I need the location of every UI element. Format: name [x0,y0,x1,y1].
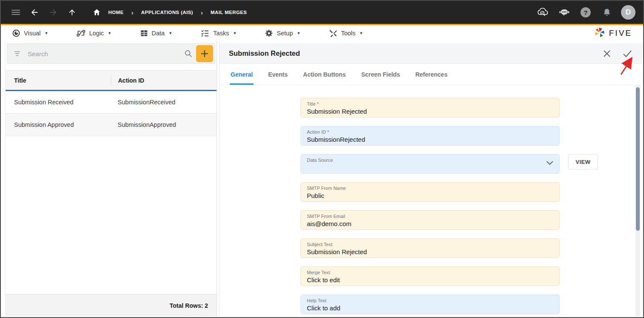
filter-icon[interactable] [14,51,22,57]
field-label: SMTP From Email [307,213,553,219]
column-header-title[interactable]: Title [6,77,111,84]
cancel-button[interactable] [601,48,612,59]
plus-icon [200,49,209,58]
tools-icon [329,29,338,37]
field-value: Click to edit [307,275,553,284]
caret-down-icon: ▼ [297,31,300,35]
search-bar [7,43,215,64]
tab-general[interactable]: General [231,71,253,85]
search-icon[interactable] [184,49,193,58]
caret-down-icon: ▼ [108,31,112,35]
tab-action-buttons[interactable]: Action Buttons [303,71,346,85]
field-value: Submission Rejected [307,247,553,256]
menu-button[interactable] [9,5,23,20]
smtp-from-name-field[interactable]: SMTP From Name Public [300,182,560,202]
menu-label: Data [152,30,165,37]
five-wordmark: FIVE [609,29,632,38]
save-button[interactable] [622,48,633,59]
checklist-icon [200,29,210,37]
title-field[interactable]: Title * Submission Rejected [300,98,560,117]
cloud-search-button[interactable] [536,5,550,20]
field-label: SMTP From Name [307,185,553,191]
tab-events[interactable]: Events [268,71,288,85]
gear-icon [265,29,273,37]
help-button[interactable]: ? [578,5,593,20]
table-row[interactable]: Submission Approved SubmissionApproved [6,114,217,136]
field-label: Title * [307,101,553,107]
caret-down-icon: ▼ [359,31,363,35]
merge-text-field[interactable]: Merge Text Click to edit [300,266,560,286]
chevron-right-icon: › [131,9,133,16]
app-window: HOME › APPLICATIONS (AIS) › MAIL MERGES [0,0,644,318]
table-icon [140,29,148,37]
total-rows-label: Total Rows: 2 [170,302,208,309]
menu-label: Setup [277,30,293,37]
help-text-field[interactable]: Help Text Click to add [300,295,560,314]
breadcrumb-home[interactable]: HOME [108,10,124,15]
arrow-right-icon [49,8,58,17]
cloud-search-icon [537,7,549,17]
caret-down-icon: ▼ [233,31,237,35]
field-label: Action ID * [307,129,553,135]
field-label: Data Source [307,157,553,163]
forward-button[interactable] [46,5,61,20]
chevron-down-icon[interactable] [546,161,553,165]
arrow-up-icon [68,8,76,17]
menu-label: Tools [341,30,355,37]
tab-screen-fields[interactable]: Screen Fields [361,71,400,85]
cell-action-id: SubmissionReceived [111,99,217,106]
scrollbar-thumb[interactable] [636,87,640,231]
arrow-left-icon [30,8,39,17]
add-record-button[interactable] [196,45,213,62]
main-menubar: Visual ▼ Logic ▼ Data ▼ [1,25,643,41]
data-source-select[interactable]: Data Source [300,154,560,174]
records-table: Title Action ID Submission Received Subm… [6,70,217,136]
cell-action-id: SubmissionApproved [111,121,217,128]
menu-tools[interactable]: Tools ▼ [329,29,363,37]
close-icon [603,50,611,57]
record-title: Submission Rejected [229,49,601,57]
up-button[interactable] [65,5,79,20]
assistant-bot-button[interactable] [557,5,572,20]
record-detail-panel: Submission Rejected General Events Act [219,41,642,316]
home-icon [92,8,101,17]
breadcrumb-mail-merges[interactable]: MAIL MERGES [211,10,247,15]
vertical-scrollbar[interactable] [635,85,640,316]
help-icon: ? [580,7,591,17]
table-row[interactable]: Submission Received SubmissionReceived [6,91,217,114]
field-value: Click to add [307,304,553,312]
records-list-panel: Title Action ID Submission Received Subm… [5,41,217,316]
menu-visual[interactable]: Visual ▼ [12,29,48,37]
field-label: Help Text [307,298,553,304]
menu-logic[interactable]: Logic ▼ [76,29,112,37]
top-navigation-bar: HOME › APPLICATIONS (AIS) › MAIL MERGES [1,1,643,24]
home-button[interactable] [90,5,104,20]
menu-data[interactable]: Data ▼ [140,29,173,37]
menu-tasks[interactable]: Tasks ▼ [200,29,237,37]
menu-setup[interactable]: Setup ▼ [265,29,300,37]
caret-down-icon: ▼ [44,31,48,35]
five-pinwheel-icon [593,27,606,40]
notifications-button[interactable] [600,5,614,20]
tab-references[interactable]: References [415,71,448,85]
subject-text-field[interactable]: Subject Text Submission Rejected [300,238,560,258]
user-avatar[interactable]: D [621,5,635,20]
column-header-action-id[interactable]: Action ID [111,76,217,85]
search-input[interactable] [27,50,184,58]
hamburger-icon [12,9,20,16]
back-button[interactable] [27,5,42,20]
action-id-field[interactable]: Action ID * SubmissionRejected [300,126,560,146]
smtp-from-email-field[interactable]: SMTP From Email ais@demo.com [300,210,560,230]
chevron-right-icon: › [201,9,203,16]
caret-down-icon: ▼ [168,31,172,35]
field-label: Subject Text [307,241,553,247]
bot-icon [558,8,570,17]
cell-title: Submission Received [6,99,111,106]
table-header: Title Action ID [6,70,217,90]
field-value: Public [307,191,553,200]
breadcrumb-applications[interactable]: APPLICATIONS (AIS) [141,10,193,15]
menu-label: Tasks [213,30,229,37]
flow-icon [76,29,86,37]
view-button[interactable]: VIEW [568,154,598,169]
detail-header: Submission Rejected [219,43,642,64]
